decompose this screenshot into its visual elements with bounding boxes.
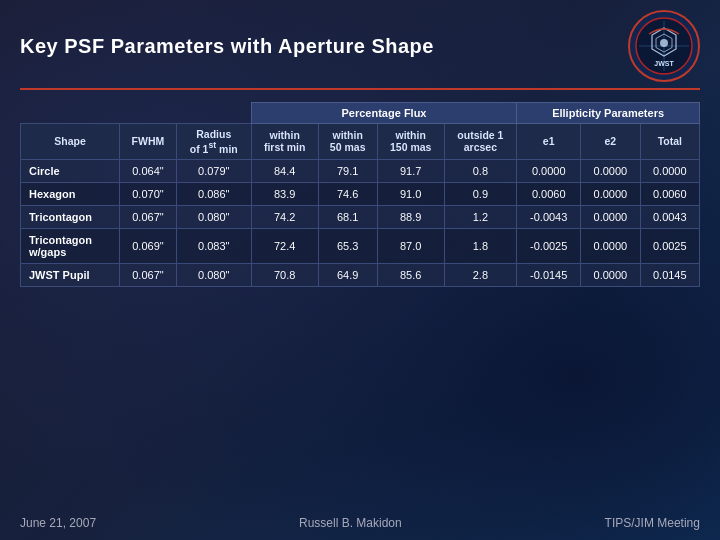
jwst-logo: JWST xyxy=(628,10,700,82)
footer: June 21, 2007 Russell B. Makidon TIPS/JI… xyxy=(20,508,700,530)
cell-radius: 0.079" xyxy=(176,159,251,182)
cell-e1: 0.0060 xyxy=(517,182,581,205)
cell-shape: Tricontagon xyxy=(21,205,120,228)
cell-shape: JWST Pupil xyxy=(21,263,120,286)
col-within-150: within150 mas xyxy=(377,124,444,160)
col-e1: e1 xyxy=(517,124,581,160)
svg-point-5 xyxy=(660,39,668,47)
cell-shape: Circle xyxy=(21,159,120,182)
cell-e2: 0.0000 xyxy=(581,228,640,263)
cell-fwhm: 0.070" xyxy=(120,182,177,205)
cell-within-first: 70.8 xyxy=(251,263,318,286)
table-row: JWST Pupil0.067"0.080"70.864.985.62.8-0.… xyxy=(21,263,700,286)
group-header-row: Percentage Flux Ellipticity Parameters xyxy=(21,103,700,124)
cell-radius: 0.086" xyxy=(176,182,251,205)
cell-outside-1: 0.9 xyxy=(444,182,517,205)
cell-outside-1: 2.8 xyxy=(444,263,517,286)
table-container: Percentage Flux Ellipticity Parameters S… xyxy=(20,102,700,508)
cell-within-50: 79.1 xyxy=(318,159,377,182)
cell-e1: -0.0145 xyxy=(517,263,581,286)
cell-e2: 0.0000 xyxy=(581,159,640,182)
cell-e1: -0.0025 xyxy=(517,228,581,263)
col-e2: e2 xyxy=(581,124,640,160)
cell-e2: 0.0000 xyxy=(581,182,640,205)
footer-event: TIPS/JIM Meeting xyxy=(605,516,700,530)
cell-radius: 0.080" xyxy=(176,263,251,286)
col-radius: Radiusof 1st min xyxy=(176,124,251,160)
cell-fwhm: 0.067" xyxy=(120,205,177,228)
cell-outside-1: 1.8 xyxy=(444,228,517,263)
cell-within-150: 87.0 xyxy=(377,228,444,263)
col-total: Total xyxy=(640,124,699,160)
cell-total: 0.0145 xyxy=(640,263,699,286)
cell-total: 0.0060 xyxy=(640,182,699,205)
col-within-50: within50 mas xyxy=(318,124,377,160)
data-table: Percentage Flux Ellipticity Parameters S… xyxy=(20,102,700,287)
cell-shape: Hexagon xyxy=(21,182,120,205)
cell-e2: 0.0000 xyxy=(581,263,640,286)
cell-total: 0.0043 xyxy=(640,205,699,228)
cell-shape: Tricontagonw/gaps xyxy=(21,228,120,263)
cell-within-150: 88.9 xyxy=(377,205,444,228)
cell-radius: 0.083" xyxy=(176,228,251,263)
cell-within-50: 65.3 xyxy=(318,228,377,263)
cell-within-150: 85.6 xyxy=(377,263,444,286)
logo-svg: JWST xyxy=(634,16,694,76)
cell-outside-1: 1.2 xyxy=(444,205,517,228)
cell-fwhm: 0.067" xyxy=(120,263,177,286)
cell-e1: -0.0043 xyxy=(517,205,581,228)
cell-total: 0.0000 xyxy=(640,159,699,182)
cell-within-first: 83.9 xyxy=(251,182,318,205)
footer-date: June 21, 2007 xyxy=(20,516,96,530)
table-row: Tricontagon0.067"0.080"74.268.188.91.2-0… xyxy=(21,205,700,228)
cell-within-first: 84.4 xyxy=(251,159,318,182)
cell-e1: 0.0000 xyxy=(517,159,581,182)
svg-text:JWST: JWST xyxy=(654,60,674,67)
cell-within-50: 64.9 xyxy=(318,263,377,286)
cell-within-50: 68.1 xyxy=(318,205,377,228)
page: Key PSF Parameters with Aperture Shape J… xyxy=(0,0,720,540)
ellipticity-header: Ellipticity Parameters xyxy=(517,103,700,124)
table-row: Tricontagonw/gaps0.069"0.083"72.465.387.… xyxy=(21,228,700,263)
cell-total: 0.0025 xyxy=(640,228,699,263)
cell-within-150: 91.0 xyxy=(377,182,444,205)
footer-author: Russell B. Makidon xyxy=(299,516,402,530)
table-row: Circle0.064"0.079"84.479.191.70.80.00000… xyxy=(21,159,700,182)
cell-outside-1: 0.8 xyxy=(444,159,517,182)
col-outside-1: outside 1arcsec xyxy=(444,124,517,160)
cell-within-150: 91.7 xyxy=(377,159,444,182)
col-fwhm: FWHM xyxy=(120,124,177,160)
column-header-row: Shape FWHM Radiusof 1st min withinfirst … xyxy=(21,124,700,160)
cell-within-first: 74.2 xyxy=(251,205,318,228)
page-title: Key PSF Parameters with Aperture Shape xyxy=(20,35,434,58)
table-body: Circle0.064"0.079"84.479.191.70.80.00000… xyxy=(21,159,700,286)
cell-within-first: 72.4 xyxy=(251,228,318,263)
col-shape: Shape xyxy=(21,124,120,160)
spacer-header xyxy=(21,103,252,124)
header: Key PSF Parameters with Aperture Shape J… xyxy=(20,10,700,90)
cell-fwhm: 0.064" xyxy=(120,159,177,182)
cell-within-50: 74.6 xyxy=(318,182,377,205)
table-row: Hexagon0.070"0.086"83.974.691.00.90.0060… xyxy=(21,182,700,205)
col-within-first: withinfirst min xyxy=(251,124,318,160)
cell-fwhm: 0.069" xyxy=(120,228,177,263)
cell-e2: 0.0000 xyxy=(581,205,640,228)
percentage-flux-header: Percentage Flux xyxy=(251,103,516,124)
cell-radius: 0.080" xyxy=(176,205,251,228)
